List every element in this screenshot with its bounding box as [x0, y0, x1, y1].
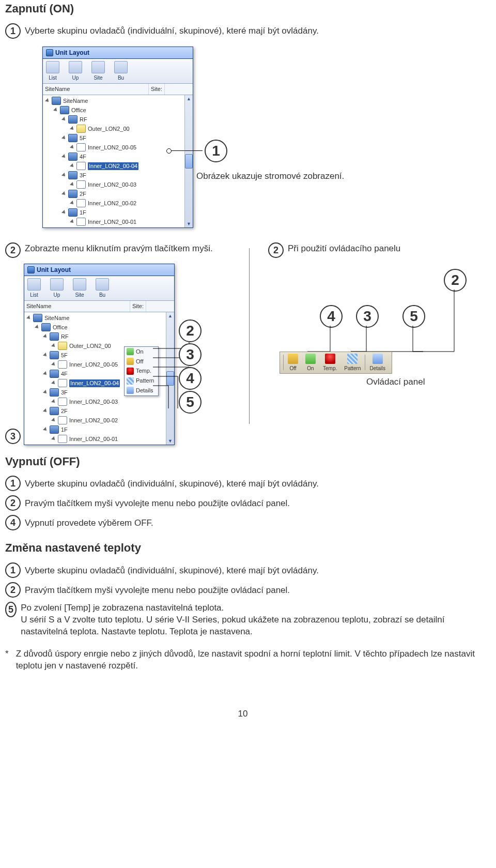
expand-icon[interactable] — [63, 136, 67, 140]
step-number-2: 2 — [5, 495, 21, 511]
panel-temp[interactable]: Temp. — [320, 354, 340, 372]
tree-row[interactable]: Inner_LON2_00-02 — [44, 199, 192, 208]
expand-icon[interactable] — [71, 127, 75, 131]
expand-icon[interactable] — [52, 344, 56, 348]
step-number-4: 4 — [5, 515, 21, 530]
expand-icon[interactable] — [44, 409, 48, 413]
expand-icon[interactable] — [63, 155, 67, 159]
scroll-down-icon[interactable]: ▼ — [186, 220, 192, 227]
toolbar-up[interactable]: Up — [50, 278, 64, 299]
tree-node-label: Office — [53, 324, 68, 331]
tree-node-label: Inner_LON2_00-05 — [69, 361, 118, 369]
expand-icon[interactable] — [71, 164, 75, 168]
tree-row[interactable]: SiteName — [44, 96, 192, 105]
step-number-5: 5 — [5, 602, 17, 617]
expand-icon[interactable] — [44, 390, 48, 394]
tree-row[interactable]: Outer_LON2_00 — [44, 124, 192, 133]
footnote: * Z důvodů úspory enrgie nebo z jiných d… — [5, 648, 481, 672]
expand-icon[interactable] — [71, 220, 75, 224]
expand-icon[interactable] — [36, 325, 40, 329]
on-icon — [127, 348, 134, 355]
step-off-4: 4 Vypnutí provedete výběrem OFF. — [5, 515, 481, 531]
scroll-up-icon[interactable]: ▲ — [167, 312, 173, 319]
toolbar-site[interactable]: Site — [73, 278, 86, 299]
panel-details[interactable]: Details — [366, 354, 389, 372]
step-number-2: 2 — [268, 242, 284, 258]
step-off-2: 2 Pravým tlačítkem myši vyvolejte menu n… — [5, 496, 481, 511]
node-icon — [52, 97, 61, 105]
panel-off[interactable]: Off — [285, 354, 301, 372]
expand-icon[interactable] — [44, 353, 48, 357]
node-icon — [76, 125, 86, 133]
tree-row[interactable]: 3F — [44, 171, 192, 180]
tree-node-label: SiteName — [63, 97, 88, 105]
expand-icon[interactable] — [52, 381, 56, 385]
expand-icon[interactable] — [46, 99, 50, 103]
expand-icon[interactable] — [71, 145, 75, 149]
toolbar-list[interactable]: List — [46, 61, 59, 82]
step-2-on: 2 Zobrazte menu kliknutím pravým tlačítk… — [5, 243, 230, 258]
callout-number-2: 2 — [179, 319, 202, 342]
panel-leader-lines — [268, 264, 485, 357]
expand-icon[interactable] — [44, 428, 48, 432]
node-icon — [68, 153, 78, 161]
tree-node-label: Office — [71, 106, 86, 114]
node-icon — [50, 407, 59, 415]
tree-row[interactable]: SiteName — [25, 313, 173, 323]
toolbar: List Up Site Bu — [24, 276, 174, 301]
expand-icon[interactable] — [71, 182, 75, 187]
tree-row[interactable]: Inner_LON2_00-01 — [44, 217, 192, 226]
tree-row[interactable]: Office — [25, 323, 173, 332]
heading-vypnuti-off: Vypnutí (OFF) — [5, 454, 481, 469]
expand-icon[interactable] — [27, 316, 32, 320]
node-icon — [76, 143, 86, 151]
on-icon — [305, 354, 316, 364]
tree-row[interactable]: Inner_LON2_00-02 — [25, 416, 173, 425]
expand-icon[interactable] — [63, 192, 67, 196]
node-icon — [58, 416, 67, 424]
expand-icon[interactable] — [63, 210, 67, 215]
expand-icon[interactable] — [52, 362, 56, 367]
tree-header: SiteName Site: — [24, 301, 174, 312]
tree-row[interactable]: Inner_LON2_00-03 — [44, 180, 192, 189]
toolbar-up[interactable]: Up — [69, 61, 82, 82]
expand-icon[interactable] — [44, 334, 48, 339]
window-title-bar: Unit Layout — [24, 264, 174, 276]
expand-icon[interactable] — [52, 437, 56, 441]
expand-icon[interactable] — [44, 372, 48, 376]
tree-row[interactable]: RF — [25, 332, 173, 341]
node-icon — [68, 115, 78, 124]
step-5-text-a: Po zvolení [Temp] je zobrazena nastavite… — [21, 603, 224, 613]
scroll-down-icon[interactable]: ▼ — [167, 437, 173, 445]
tree-row[interactable]: Office — [44, 105, 192, 115]
expand-icon[interactable] — [63, 117, 67, 121]
expand-icon[interactable] — [63, 173, 67, 177]
expand-icon[interactable] — [71, 201, 75, 205]
panel-on[interactable]: On — [302, 354, 319, 372]
node-icon — [76, 199, 86, 207]
tree-row[interactable]: Inner_LON2_00-01 — [25, 434, 173, 444]
tree-row[interactable]: 1F — [44, 208, 192, 217]
node-icon — [50, 332, 59, 341]
callout-number-4: 4 — [179, 367, 202, 390]
toolbar-site[interactable]: Site — [91, 61, 105, 82]
tree-row[interactable]: 1F — [25, 425, 173, 434]
expand-icon[interactable] — [52, 400, 56, 404]
expand-icon[interactable] — [52, 418, 56, 422]
bu-icon — [114, 61, 128, 73]
panel-pattern[interactable]: Pattern — [341, 354, 364, 372]
callout-number-5: 5 — [179, 391, 202, 414]
tree-row[interactable]: Inner_LON2_00-03 — [25, 397, 173, 406]
scroll-up-icon[interactable]: ▲ — [186, 95, 192, 102]
tree-row[interactable]: 2F — [44, 189, 192, 199]
toolbar-bu[interactable]: Bu — [114, 61, 128, 82]
toolbar-list[interactable]: List — [27, 278, 41, 299]
vertical-divider — [249, 248, 250, 424]
tree-row[interactable]: 2F — [25, 406, 173, 416]
toolbar-bu[interactable]: Bu — [96, 278, 109, 299]
expand-icon[interactable] — [54, 108, 58, 112]
step-number-1: 1 — [5, 476, 21, 491]
step-temp-5: 5 Po zvolení [Temp] je zobrazena nastavi… — [5, 602, 481, 638]
tree-row[interactable]: RF — [44, 115, 192, 124]
tree-row[interactable]: Inner_LON2_00-04 — [44, 161, 192, 171]
